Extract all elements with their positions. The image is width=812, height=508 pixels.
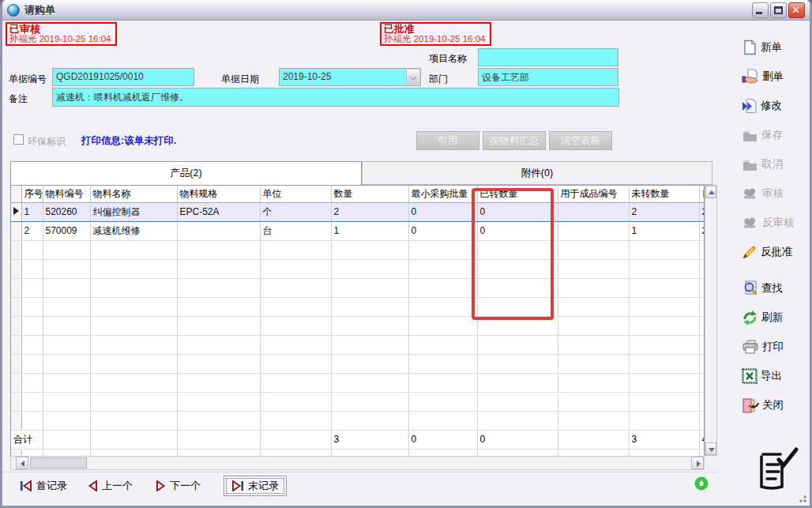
cell[interactable]: 2: [699, 221, 705, 240]
sidebar-delete-button[interactable]: 删单: [742, 67, 784, 86]
dept-label: 部门: [429, 73, 448, 86]
arrow-up-icon: [709, 190, 715, 194]
close-icon: ✕: [791, 4, 800, 16]
chevron-down-icon: [409, 73, 416, 81]
sidebar-modify-button[interactable]: 修改: [742, 96, 782, 115]
eco-checkbox[interactable]: [13, 134, 24, 145]
cell[interactable]: 2: [21, 221, 43, 240]
totals-row: 合计 3 0 0 3 4: [11, 430, 705, 449]
dept-field[interactable]: 设备工艺部: [478, 68, 618, 86]
cell[interactable]: 0: [477, 221, 558, 240]
sidebar-audit-button[interactable]: 审核: [742, 184, 784, 203]
unaudit-stamp-icon: [742, 215, 759, 231]
minimize-button[interactable]: [752, 2, 769, 18]
resize-grip[interactable]: [796, 492, 806, 502]
col-material-spec[interactable]: 物料规格: [177, 186, 260, 202]
sidebar-unaudit-button[interactable]: 反审核: [742, 213, 795, 232]
cell[interactable]: 520260: [43, 202, 90, 221]
next-record-button[interactable]: 下一个: [156, 479, 201, 493]
doc-date-combobox[interactable]: 2019-10-25: [279, 68, 421, 86]
empty-row: [11, 278, 705, 297]
cell[interactable]: 个: [260, 202, 331, 221]
sidebar-new-button[interactable]: 新单: [742, 38, 782, 57]
last-record-button[interactable]: 末记录: [224, 476, 287, 496]
close-button[interactable]: ✕: [788, 2, 805, 18]
cell[interactable]: 1: [629, 221, 699, 240]
tab-attachments[interactable]: 附件(0): [362, 161, 712, 185]
tabbar: 产品(2) 附件(0): [10, 161, 712, 185]
app-logo-icon: [750, 447, 799, 493]
arrow-down-icon: [709, 448, 715, 452]
maximize-button[interactable]: [770, 2, 787, 18]
scroll-up-button[interactable]: [705, 186, 716, 198]
summarize-by-material-button[interactable]: 按物料汇总: [483, 131, 546, 150]
cell[interactable]: 纠偏控制器: [90, 202, 177, 221]
remark-field[interactable]: 减速机：喂料机减机返厂维修。: [52, 88, 619, 107]
cell[interactable]: 0: [408, 202, 477, 221]
cell[interactable]: 1: [331, 221, 408, 240]
col-converted-qty[interactable]: 已转数量: [477, 186, 558, 202]
cell[interactable]: [177, 221, 260, 240]
scrollbar-thumb[interactable]: [30, 457, 87, 468]
print-icon: [742, 339, 759, 355]
cell[interactable]: 1: [21, 202, 43, 221]
col-unconverted-qty[interactable]: 未转数量: [629, 186, 699, 202]
cell[interactable]: [558, 202, 629, 221]
cell[interactable]: 减速机维修: [90, 221, 177, 240]
approve-stamp-title: 已批准: [384, 24, 487, 34]
sidebar-print-button[interactable]: 打印: [742, 337, 784, 356]
empty-row: [11, 259, 705, 278]
col-material-no[interactable]: 物料编号: [43, 186, 90, 202]
grid-horizontal-scrollbar[interactable]: [10, 456, 705, 470]
tab-products[interactable]: 产品(2): [10, 161, 362, 185]
col-cutoff: 良: [699, 186, 705, 202]
cell[interactable]: 0: [477, 202, 558, 221]
scroll-left-button[interactable]: [16, 457, 28, 469]
sidebar-unapprove-button[interactable]: 反批准: [742, 243, 793, 262]
doc-date-dropdown-button[interactable]: [406, 70, 419, 85]
sidebar-export-button[interactable]: 导出: [742, 367, 782, 386]
modify-icon: [742, 98, 757, 114]
col-material-name[interactable]: 物料名称: [90, 186, 177, 202]
cell[interactable]: 2: [699, 202, 705, 221]
audit-stamp-detail: 孙福光 2019-10-25 16:04: [9, 34, 113, 44]
sidebar-save-button[interactable]: 保存: [742, 126, 783, 145]
cell[interactable]: 2: [629, 202, 699, 221]
sidebar-refresh-button[interactable]: 刷新: [742, 308, 783, 327]
col-seq[interactable]: 序号: [21, 186, 43, 202]
print-info-text: 打印信息:该单未打印.: [81, 134, 176, 148]
sidebar-find-button[interactable]: 查找: [742, 279, 783, 298]
cell[interactable]: [558, 221, 629, 240]
clear-table-button[interactable]: 清空表格: [549, 131, 612, 150]
cell[interactable]: EPC-52A: [177, 202, 260, 221]
grid-vertical-scrollbar[interactable]: [705, 185, 717, 456]
audit-stamp-title: 已审核: [9, 24, 113, 34]
col-for-product-no[interactable]: 用于成品编号: [558, 186, 629, 202]
cell[interactable]: 台: [260, 221, 331, 240]
previous-record-icon: [88, 480, 98, 491]
titlebar: 请购单 ✕: [2, 0, 810, 21]
col-unit[interactable]: 单位: [260, 186, 331, 202]
project-name-field[interactable]: [478, 48, 618, 66]
cell[interactable]: 570009: [43, 221, 90, 240]
totals-unconverted: 3: [629, 430, 699, 449]
empty-row: [11, 411, 705, 430]
quote-button[interactable]: 引用: [416, 131, 479, 150]
sidebar-cancel-button[interactable]: 取消: [742, 155, 783, 174]
current-row-marker-icon: [13, 207, 19, 215]
previous-record-button[interactable]: 上一个: [88, 479, 133, 493]
project-name-label: 项目名称: [429, 52, 467, 66]
scroll-right-button[interactable]: [691, 457, 704, 469]
scroll-down-button[interactable]: [705, 442, 716, 455]
cell[interactable]: 2: [331, 202, 408, 221]
doc-no-field[interactable]: QGD20191025/0010: [52, 68, 194, 86]
col-qty[interactable]: 数量: [331, 186, 408, 202]
maximize-icon: [774, 6, 783, 14]
table-row[interactable]: 2 570009 减速机维修 台 1 0 0 1 2: [11, 221, 705, 240]
first-record-button[interactable]: 首记录: [20, 479, 67, 493]
table-row-selected[interactable]: 1 520260 纠偏控制器 EPC-52A 个 2 0 0 2 2: [11, 202, 705, 221]
empty-row: [11, 297, 705, 316]
sidebar-close-button[interactable]: 关闭: [742, 396, 784, 415]
cell[interactable]: 0: [408, 221, 477, 240]
col-min-batch[interactable]: 最小采购批量: [408, 186, 477, 202]
